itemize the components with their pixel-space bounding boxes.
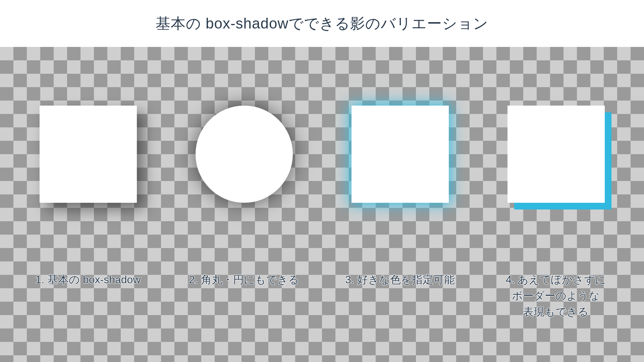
header: 基本の box-shadowでできる影のバリエーション (0, 0, 644, 47)
example-2: 2. 角丸・円にもできる (167, 47, 321, 288)
example-2-stage (167, 67, 321, 241)
checkerboard-canvas: 1. 基本の box-shadow 2. 角丸・円にもできる 3. 好きな色を指… (0, 47, 644, 362)
example-3: 3. 好きな色を指定可能 (323, 47, 477, 288)
page-title: 基本の box-shadowでできる影のバリエーション (156, 14, 488, 34)
hard-border-shadow-square (507, 106, 605, 203)
example-3-stage (323, 67, 477, 241)
example-2-caption: 2. 角丸・円にもできる (189, 272, 299, 288)
example-1-caption: 1. 基本の box-shadow (35, 272, 141, 288)
basic-shadow-square (40, 106, 137, 203)
example-1-stage (11, 67, 165, 241)
circle-shadow (196, 106, 293, 203)
example-3-caption: 3. 好きな色を指定可能 (345, 272, 455, 288)
example-4-stage (479, 67, 633, 241)
example-4: 4. あえてぼかさずに ボーダーのような 表現もできる (479, 47, 633, 320)
example-4-caption: 4. あえてぼかさずに ボーダーのような 表現もできる (506, 272, 606, 320)
colored-glow-square (352, 106, 449, 203)
example-1: 1. 基本の box-shadow (11, 47, 165, 288)
